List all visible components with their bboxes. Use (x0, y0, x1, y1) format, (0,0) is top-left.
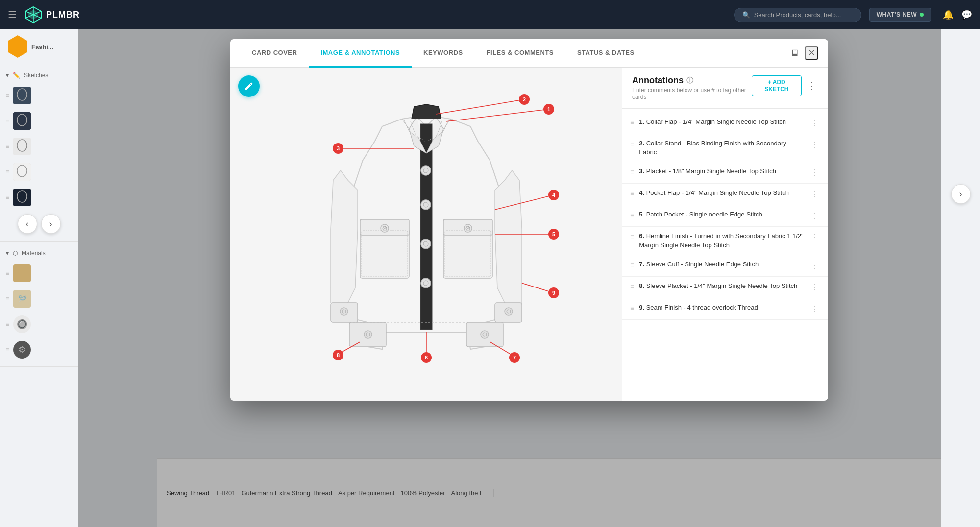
add-sketch-button[interactable]: + ADD SKETCH (752, 75, 802, 96)
svg-point-36 (421, 200, 431, 210)
notification-dot (920, 13, 924, 17)
edit-fab-button[interactable] (238, 75, 260, 97)
menu-icon[interactable]: ☰ (8, 9, 17, 21)
svg-text:5: 5 (552, 231, 555, 237)
annotation-kebab-button[interactable]: ⋮ (808, 118, 820, 129)
annotation-number: 5. (639, 211, 644, 218)
material-thumb-3: 🔘 (13, 315, 31, 333)
drag-icon: ≡ (6, 143, 9, 150)
annotation-kebab-button[interactable]: ⋮ (808, 139, 820, 150)
annotation-number: 7. (639, 261, 644, 268)
material-thumb-4: ⚙ (13, 341, 31, 359)
topbar: ☰ PLMBR 🔍 Search Products, cards, help..… (0, 0, 980, 29)
annotation-item-7[interactable]: ≡ 7. Sleeve Cuff - Single Needle Edge St… (622, 255, 828, 277)
annotation-item-1[interactable]: ≡ 1. Collar Flap - 1/4" Margin Single Ne… (622, 113, 828, 134)
list-item[interactable]: ≡ (0, 83, 78, 108)
sketch-thumb-3 (13, 138, 31, 155)
annotation-kebab-button[interactable]: ⋮ (808, 210, 820, 221)
annotation-kebab-button[interactable]: ⋮ (808, 303, 820, 314)
modal-body: 1 2 3 4 (230, 68, 828, 401)
list-item[interactable]: ≡ (0, 108, 78, 134)
annotation-kebab-button[interactable]: ⋮ (808, 260, 820, 271)
sidebar-brand-label: Fashi... (31, 43, 53, 50)
materials-header[interactable]: ▾ ⬡ Materials (0, 246, 78, 261)
next-arrow[interactable]: › (951, 184, 971, 204)
annotation-kebab-button[interactable]: ⋮ (808, 232, 820, 243)
list-item[interactable]: ≡ (0, 134, 78, 159)
annotations-header: Annotations ⓘ Enter comments below or us… (622, 68, 828, 109)
list-item[interactable]: ≡ (0, 159, 78, 185)
annotation-kebab-button[interactable]: ⋮ (808, 189, 820, 200)
modal: CARD COVER IMAGE & ANNOTATIONS KEYWORDS … (230, 39, 828, 401)
svg-rect-5 (13, 87, 31, 104)
topbar-icons: 🔔 💬 (943, 9, 972, 20)
annotation-kebab-button[interactable]: ⋮ (808, 167, 820, 178)
drag-icon: ≡ (6, 92, 9, 99)
logo-icon (24, 6, 42, 24)
svg-rect-9 (13, 138, 31, 155)
annotation-number: 9. (639, 304, 644, 311)
annotation-item-9[interactable]: ≡ 9. Seam Finish - 4 thread overlock Thr… (622, 298, 828, 320)
drag-icon: ≡ (6, 118, 9, 124)
annotation-number: 8. (639, 282, 644, 289)
drag-icon: ≡ (630, 168, 634, 176)
drag-icon: ≡ (630, 261, 634, 269)
list-item[interactable]: ≡ (0, 185, 78, 210)
svg-text:7: 7 (513, 355, 515, 360)
sketch-thumb-5 (13, 189, 31, 206)
info-icon: ⓘ (686, 76, 693, 85)
annotations-list: ≡ 1. Collar Flap - 1/4" Margin Single Ne… (622, 109, 828, 401)
bell-icon[interactable]: 🔔 (943, 9, 954, 20)
tab-image-annotations[interactable]: IMAGE & ANNOTATIONS (309, 39, 412, 68)
svg-point-34 (421, 166, 431, 175)
svg-rect-7 (13, 112, 31, 130)
close-button[interactable]: ✕ (805, 46, 818, 60)
prev-button[interactable]: ‹ (18, 214, 37, 234)
material-thumb-2: 🪡 (13, 290, 31, 308)
drag-icon: ≡ (6, 346, 9, 353)
tab-keywords[interactable]: KEYWORDS (412, 39, 475, 68)
annotation-item-5[interactable]: ≡ 5. Patch Pocket - Single needle Edge S… (622, 205, 828, 227)
svg-text:8: 8 (336, 352, 339, 358)
annotation-text: Collar Flap - 1/4" Margin Single Needle … (646, 118, 786, 125)
tab-files-comments[interactable]: FILES & COMMENTS (475, 39, 565, 68)
annotation-text: Collar Stand - Bias Binding Finish with … (639, 140, 786, 156)
svg-line-56 (436, 99, 524, 114)
chat-icon[interactable]: 💬 (961, 9, 972, 20)
whats-new-button[interactable]: WHAT'S NEW (869, 8, 931, 22)
sketches-label: Sketches (24, 72, 48, 79)
sketches-header[interactable]: ▾ ✏️ Sketches (0, 68, 78, 83)
drag-icon: ≡ (630, 190, 634, 197)
annotation-item-2[interactable]: ≡ 2. Collar Stand - Bias Binding Finish … (622, 134, 828, 162)
next-button[interactable]: › (41, 214, 61, 234)
svg-text:6: 6 (424, 355, 427, 360)
drag-icon: ≡ (6, 168, 9, 175)
svg-rect-11 (13, 163, 31, 181)
drag-icon: ≡ (6, 295, 9, 302)
tab-card-cover[interactable]: CARD COVER (240, 39, 309, 68)
annotations-subtitle: Enter comments below or use # to tag oth… (632, 87, 752, 100)
tab-bar: CARD COVER IMAGE & ANNOTATIONS KEYWORDS … (230, 39, 828, 68)
monitor-icon[interactable]: 🖥 (790, 48, 799, 58)
list-item[interactable]: ≡ (0, 261, 78, 286)
tab-status-dates[interactable]: STATUS & DATES (565, 39, 646, 68)
annotation-number: 2. (639, 140, 644, 147)
annotation-item-3[interactable]: ≡ 3. Placket - 1/8" Margin Single Needle… (622, 162, 828, 184)
material-thumb-1 (13, 264, 31, 282)
svg-point-42 (340, 308, 348, 315)
annotation-item-8[interactable]: ≡ 8. Sleeve Placket - 1/4" Margin Single… (622, 277, 828, 298)
annotation-item-6[interactable]: ≡ 6. Hemline Finish - Turned in with Sec… (622, 227, 828, 255)
annotation-item-4[interactable]: ≡ 4. Pocket Flap - 1/4" Margin Single Ne… (622, 184, 828, 205)
annotation-text: Hemline Finish - Turned in with Secondar… (639, 232, 804, 248)
sketches-section: ▾ ✏️ Sketches ≡ ≡ ≡ ≡ (0, 64, 78, 242)
image-area: 1 2 3 4 (230, 68, 622, 401)
annotation-kebab-button[interactable]: ⋮ (808, 282, 820, 293)
list-item[interactable]: ≡ 🔘 (0, 311, 78, 337)
svg-rect-22 (360, 229, 409, 278)
list-item[interactable]: ≡ ⚙ (0, 337, 78, 362)
list-item[interactable]: ≡ 🪡 (0, 286, 78, 311)
svg-rect-17 (420, 124, 432, 330)
search-bar[interactable]: 🔍 Search Products, cards, help... (734, 8, 861, 22)
annotation-number: 1. (639, 118, 644, 125)
kebab-menu-button[interactable]: ⋮ (806, 78, 818, 93)
